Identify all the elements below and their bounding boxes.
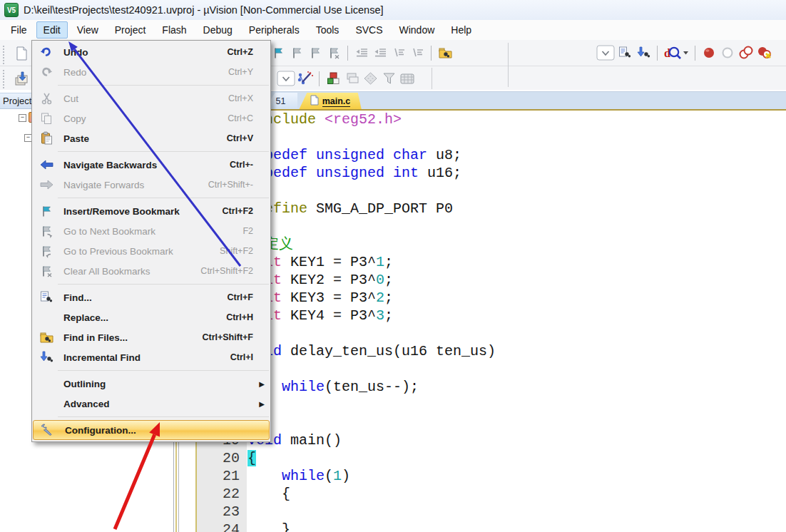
undo-icon [36,44,56,61]
code-editor[interactable]: #include <reg52.h>typedef unsigned char … [247,111,786,532]
find-in-files-icon[interactable] [437,44,454,62]
clear-all-bookmarks-icon[interactable] [325,44,342,62]
new-file-icon[interactable] [13,45,30,62]
component-diamond-icon[interactable] [362,69,379,88]
menu-bar: FileEditViewProjectFlashDebugPeripherals… [0,20,786,41]
project-panel-title: Project [3,96,31,106]
code-line [247,128,786,146]
code-line [247,218,786,235]
toggle-breakpoints-icon[interactable] [737,44,755,62]
submenu-arrow-icon: ▶ [256,400,265,408]
filter-funnel-icon[interactable] [380,69,397,88]
goto-next-bookmark-icon[interactable] [288,44,305,62]
toolbar-separator [695,46,695,61]
menu-item-shortcut: Ctrl+F [228,292,256,302]
code-line: typedef unsigned int u16; [247,164,786,182]
uncomment-lines-icon[interactable] [409,44,426,62]
breakpoint-disabled-icon[interactable] [719,44,736,62]
menu-file[interactable]: File [4,21,34,39]
menu-flash[interactable]: Flash [155,21,193,39]
indent-left-icon[interactable] [353,44,370,62]
code-line [247,503,786,521]
menu-item-label: Advanced [63,399,253,409]
goto-prev-bookmark-icon[interactable] [307,44,324,62]
menu-item-paste[interactable]: PasteCtrl+V [32,128,270,148]
menu-tools[interactable]: Tools [309,21,347,39]
line-number: 20 [197,449,247,467]
bookmark-icon [36,203,56,220]
menu-item-shortcut: Ctrl+I [230,352,256,362]
code-line: sbit KEY4 = P3^3; [247,307,786,324]
navigate-forward-icon [36,176,56,193]
menu-separator [32,82,270,88]
menu-item-find-in-files[interactable]: Find in Files...Ctrl+Shift+F [32,327,270,347]
menu-item-undo[interactable]: UndoCtrl+Z [32,42,270,62]
menu-item-go-to-previous-bookmark[interactable]: Go to Previous BookmarkShift+F2 [32,241,270,261]
code-line: sbit KEY2 = P3^0; [247,271,786,289]
document-tab-main-c[interactable]: main.c [299,93,362,110]
code-line: sbit KEY3 = P3^2; [247,289,786,307]
menu-help[interactable]: Help [444,21,479,39]
edit-toolbar [270,44,454,62]
menu-item-label: Clear All Bookmarks [63,266,200,277]
menu-debug[interactable]: Debug [196,21,240,39]
toolbar-drag-handle[interactable] [3,46,6,64]
menu-item-go-to-next-bookmark[interactable]: Go to Next BookmarkF2 [32,221,270,241]
menu-window[interactable]: Window [392,21,442,39]
indent-right-icon[interactable] [372,44,389,62]
breakpoint-icon[interactable] [700,44,718,62]
window-layout-icon[interactable] [343,69,360,88]
pack-mesh-icon[interactable] [399,69,416,88]
find-magnifier-dropdown-icon[interactable]: d [663,44,690,62]
left-toolstrip [0,40,31,90]
menu-item-find[interactable]: Find...Ctrl+F [32,287,270,307]
menu-item-shortcut: Ctrl+F2 [223,206,256,216]
manage-rte-blocks-icon[interactable] [325,69,342,88]
insert-bookmark-flag-icon[interactable] [270,44,287,62]
menu-project[interactable]: Project [108,21,153,39]
menu-item-configuration[interactable]: Configuration... [33,420,270,440]
menu-separator [32,367,270,374]
save-all-icon[interactable] [13,71,30,88]
comment-lines-icon[interactable] [390,44,407,62]
tab-label: 51 [276,96,286,106]
toolbar-separator [347,46,348,61]
menu-item-clear-all-bookmarks[interactable]: Clear All BookmarksCtrl+Shift+F2 [32,261,270,281]
menu-item-advanced[interactable]: Advanced▶ [32,394,270,414]
incremental-find-icon[interactable] [635,44,652,62]
menu-item-navigate-backwards[interactable]: Navigate BackwardsCtrl+- [32,155,270,175]
menu-item-incremental-find[interactable]: Incremental FindCtrl+I [32,347,270,367]
menu-peripherals[interactable]: Peripherals [242,21,307,39]
collapsed-dropdown-icon[interactable] [277,69,295,88]
cut-icon [36,90,56,107]
code-line: while(1) [247,467,786,485]
menu-item-insert-remove-bookmark[interactable]: Insert/Remove BookmarkCtrl+F2 [32,201,270,221]
menu-separator [32,414,270,420]
options-for-target-icon[interactable] [297,69,314,88]
find-in-document-icon[interactable] [616,44,633,62]
menu-item-copy[interactable]: CopyCtrl+C [32,108,270,128]
menu-item-label: Go to Next Bookmark [63,226,243,237]
menu-view[interactable]: View [70,21,106,39]
redo-icon [36,63,56,81]
menu-item-cut[interactable]: CutCtrl+X [32,88,270,108]
menu-item-redo[interactable]: RedoCtrl+Y [32,62,270,82]
menu-item-replace[interactable]: Replace...Ctrl+H [32,307,270,327]
menu-item-outlining[interactable]: Outlining▶ [32,374,270,394]
menu-separator [32,281,270,287]
menu-item-shortcut: Shift+F2 [220,246,256,256]
code-line [247,182,786,200]
line-number: 24 [197,521,247,532]
kill-breakpoints-icon[interactable] [756,44,773,62]
toolbar-drag-handle[interactable] [3,70,6,88]
menu-item-navigate-forwards[interactable]: Navigate ForwardsCtrl+Shift+- [32,175,270,195]
menu-item-label: Replace... [63,312,226,323]
code-line: void main() [247,431,786,449]
menu-edit[interactable]: Edit [36,21,68,39]
tree-collapse-box[interactable]: − [19,114,26,122]
menu-svcs[interactable]: SVCS [348,21,389,39]
toolbar-separator [657,46,658,61]
title-bar: V5 D:\keil\testProjects\test240921.uvpro… [0,0,786,21]
collapsed-dropdown-icon[interactable] [596,44,615,62]
menu-item-label: Undo [63,47,228,58]
